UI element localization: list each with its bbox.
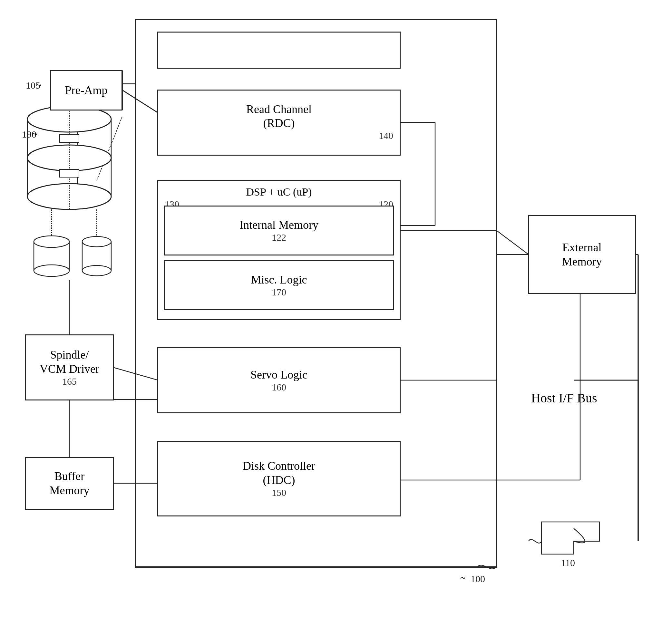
svg-rect-44 — [60, 170, 79, 177]
read-channel-label: Read Channel(RDC) — [246, 103, 312, 130]
spindle-vcm-label: Spindle/VCM Driver — [40, 348, 99, 376]
servo-logic-ref: 160 — [272, 382, 286, 393]
svg-rect-43 — [60, 135, 79, 143]
svg-line-22 — [113, 367, 158, 380]
misc-logic-box: Misc. Logic 170 — [164, 260, 394, 310]
internal-memory-box: Internal Memory 122 — [164, 205, 394, 256]
svg-point-48 — [34, 265, 69, 277]
top-inner-box — [157, 31, 400, 69]
buffer-memory-box: BufferMemory — [25, 457, 114, 510]
dsp-label: DSP + uC (uP) — [246, 184, 312, 199]
svg-point-39 — [27, 184, 111, 210]
svg-point-45 — [34, 236, 69, 247]
main-tilde: ~ — [460, 572, 465, 584]
misc-logic-label: Misc. Logic — [251, 273, 307, 287]
svg-line-12 — [123, 90, 158, 113]
servo-logic-label: Servo Logic — [251, 368, 307, 382]
external-memory-box: ExternalMemory — [528, 215, 636, 294]
host-connector-ref: 110 — [561, 557, 575, 568]
diagram: Pre-Amp 105 ~ Read Channel(RDC) 140 DSP … — [0, 0, 672, 635]
disk-controller-label: Disk Controller(HDC) — [243, 459, 315, 487]
main-controller-ref: 100 — [471, 573, 485, 585]
disk-controller-ref: 150 — [272, 487, 286, 498]
svg-point-38 — [27, 145, 111, 171]
buffer-memory-label: BufferMemory — [50, 469, 90, 497]
preamp-tilde: ~ — [36, 80, 41, 91]
disk-tilde: ~ — [32, 129, 37, 140]
servo-logic-box: Servo Logic 160 — [157, 347, 400, 413]
preamp-box: Pre-Amp — [50, 70, 123, 110]
disk-controller-box: Disk Controller(HDC) 150 — [157, 441, 400, 517]
svg-line-21 — [496, 231, 528, 255]
svg-line-15 — [97, 116, 123, 180]
svg-point-49 — [82, 237, 111, 247]
external-memory-label: ExternalMemory — [562, 241, 602, 268]
spindle-vcm-ref: 165 — [62, 376, 77, 387]
preamp-label: Pre-Amp — [65, 84, 108, 97]
misc-logic-ref: 170 — [272, 287, 286, 298]
internal-memory-ref: 122 — [272, 232, 286, 243]
spindle-vcm-box: Spindle/VCM Driver 165 — [25, 334, 114, 400]
host-if-bus-label: Host I/F Bus — [531, 390, 597, 407]
read-channel-box: Read Channel(RDC) 140 — [157, 90, 400, 156]
internal-memory-label: Internal Memory — [239, 218, 319, 232]
svg-point-52 — [82, 265, 111, 276]
read-channel-ref: 140 — [379, 130, 393, 141]
